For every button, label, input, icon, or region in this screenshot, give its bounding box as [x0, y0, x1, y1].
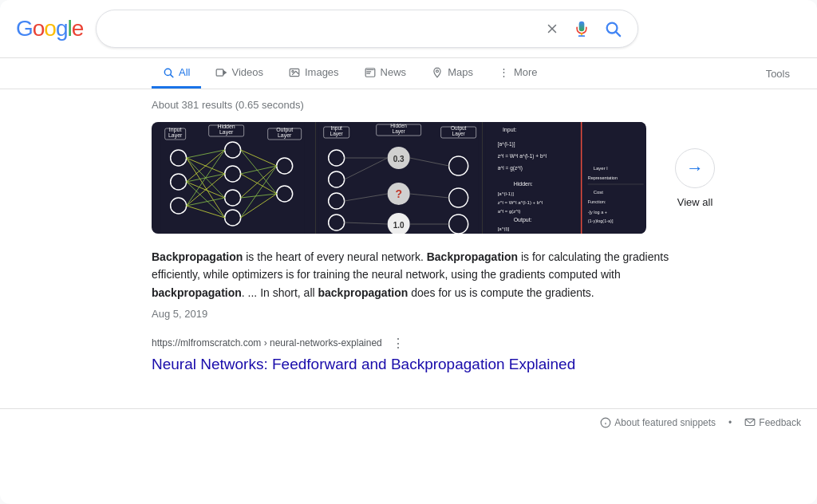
svg-text:a^l = g(z^l): a^l = g(z^l) [497, 165, 522, 171]
news-tab-icon [365, 67, 376, 78]
svg-text:Hidden:: Hidden: [513, 181, 532, 187]
header: Google allintitle:backpropagation explai… [0, 0, 817, 58]
tab-maps-label: Maps [448, 66, 473, 78]
svg-text:z^l = W^l a^(l-1) + b^l: z^l = W^l a^(l-1) + b^l [497, 200, 543, 205]
tab-videos[interactable]: Videos [204, 58, 274, 89]
svg-text:?: ? [396, 187, 403, 200]
maps-tab-icon [432, 67, 443, 78]
svg-text:[a^(l-1)]: [a^(l-1)] [497, 191, 513, 196]
tab-all[interactable]: All [152, 58, 201, 89]
feedback-link[interactable]: Feedback [744, 417, 801, 428]
svg-text:Layer: Layer [219, 129, 234, 136]
tab-more[interactable]: ⋮ More [487, 58, 549, 89]
svg-text:z^l = W^l a^(l-1) + b^l: z^l = W^l a^(l-1) + b^l [497, 153, 547, 159]
tab-videos-label: Videos [231, 66, 263, 78]
search-input[interactable]: allintitle:backpropagation explained [109, 22, 535, 36]
videos-tab-icon [215, 67, 227, 78]
svg-marker-9 [223, 70, 227, 74]
svg-line-7 [171, 74, 173, 77]
svg-rect-14 [161, 122, 305, 234]
about-snippets-link[interactable]: About featured snippets [600, 417, 716, 428]
nn-panel-2: Input Layer Hidden Layer Output Layer [318, 122, 480, 234]
arrow-right-icon: → [686, 158, 704, 179]
nn-panel-3: Input: [a^(l-1)] z^l = W^l a^(l-1) + b^l… [484, 122, 646, 234]
tools-button[interactable]: Tools [755, 60, 801, 88]
footer: About featured snippets • Feedback [0, 408, 817, 436]
search-icons [542, 17, 625, 41]
svg-text:a^l = g(z^l): a^l = g(z^l) [497, 209, 520, 214]
nn-image-container[interactable]: Input Layer Hidden Layer Output Layer [152, 122, 646, 234]
svg-text:Layer: Layer [278, 132, 292, 139]
more-dots-icon: ⋮ [499, 66, 509, 78]
svg-point-11 [292, 70, 294, 72]
svg-text:Layer: Layer [393, 128, 406, 135]
feedback-icon [744, 417, 756, 428]
voice-search-button[interactable] [570, 18, 593, 40]
result-url: https://mlfromscratch.com › neural-netwo… [152, 337, 382, 348]
search-bar: allintitle:backpropagation explained [96, 10, 638, 48]
view-all-label[interactable]: View all [677, 196, 713, 208]
svg-text:Hidden: Hidden [218, 124, 235, 129]
svg-text:-[y log a +: -[y log a + [587, 210, 606, 215]
clear-button[interactable] [542, 18, 562, 39]
svg-text:Hidden: Hidden [391, 123, 408, 128]
svg-text:Representation: Representation [587, 175, 617, 180]
search-button[interactable] [601, 17, 625, 41]
snippet-date: Aug 5, 2019 [152, 308, 207, 320]
nn-panel-1: Input Layer Hidden Layer Output Layer [152, 122, 314, 234]
snippet-text: Backpropagation is the heart of every ne… [152, 248, 694, 301]
tab-news[interactable]: News [353, 58, 418, 89]
svg-text:Layer: Layer [168, 132, 183, 139]
image-strip: Input Layer Hidden Layer Output Layer [152, 122, 801, 234]
images-tab-icon [289, 67, 300, 78]
tab-images[interactable]: Images [278, 58, 350, 89]
google-logo: Google [16, 16, 83, 41]
svg-text:Layer: Layer [452, 131, 466, 137]
svg-text:[a^(l-1)]: [a^(l-1)] [497, 141, 515, 148]
svg-line-5 [616, 32, 620, 36]
result-title[interactable]: Neural Networks: Feedforward and Backpro… [152, 356, 694, 373]
tab-all-label: All [179, 66, 190, 78]
svg-rect-8 [217, 69, 224, 75]
search-result: https://mlfromscratch.com › neural-netwo… [152, 333, 694, 373]
svg-text:0.3: 0.3 [393, 155, 405, 163]
svg-text:Output:: Output: [513, 217, 531, 223]
svg-text:Input:: Input: [503, 127, 517, 133]
results-count: About 381 results (0.65 seconds) [152, 99, 801, 111]
tab-news-label: News [381, 66, 407, 78]
tab-more-label: More [514, 66, 538, 78]
search-tab-icon [163, 67, 174, 78]
svg-text:Cost: Cost [593, 190, 603, 195]
nav-tabs: All Videos Images News [0, 58, 817, 89]
svg-point-13 [436, 69, 439, 72]
svg-text:(1-y)log(1-a)]: (1-y)log(1-a)] [587, 219, 613, 223]
view-all-section: → View all [659, 148, 731, 208]
svg-rect-83 [485, 122, 645, 234]
about-snippets-label: About featured snippets [614, 417, 716, 428]
feedback-label: Feedback [759, 417, 801, 428]
svg-text:1.0: 1.0 [393, 221, 405, 230]
footer-separator: • [728, 417, 732, 428]
result-menu-button[interactable]: ⋮ [389, 333, 408, 352]
view-all-button[interactable]: → [675, 148, 715, 188]
results-area: About 381 results (0.65 seconds) Input L… [0, 89, 817, 392]
featured-snippet: Backpropagation is the heart of every ne… [152, 248, 694, 321]
svg-text:Layer: Layer [330, 131, 344, 137]
svg-text:[a^(l)]: [a^(l)] [497, 226, 509, 231]
info-icon [600, 417, 611, 428]
result-url-row: https://mlfromscratch.com › neural-netwo… [152, 333, 694, 352]
tab-images-label: Images [305, 66, 339, 78]
svg-text:Function:: Function: [587, 199, 606, 204]
tab-maps[interactable]: Maps [420, 58, 484, 89]
svg-text:Layer l: Layer l [593, 166, 607, 171]
